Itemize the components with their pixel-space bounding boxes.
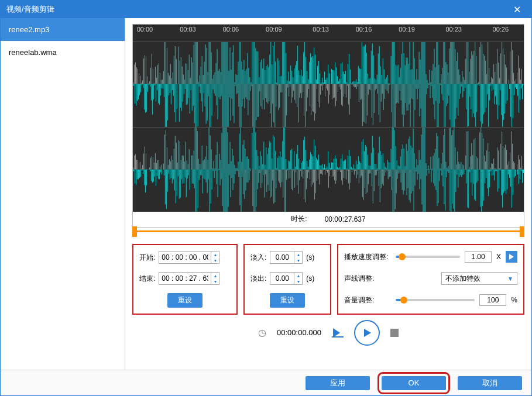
spinner-down-icon[interactable]: ▼ <box>294 278 302 284</box>
waveform-container[interactable]: 00:00 00:03 00:06 00:09 00:13 00:16 00:1… <box>132 24 524 211</box>
spinner-down-icon[interactable]: ▼ <box>211 257 219 263</box>
volume-slider[interactable] <box>396 299 475 301</box>
end-time-input[interactable] <box>159 273 211 284</box>
fadeout-spinner[interactable]: ▲▼ <box>270 272 303 285</box>
reset-time-button[interactable]: 重设 <box>167 293 202 308</box>
fadeout-input[interactable] <box>270 273 294 284</box>
sidebar-item-label: reneelab.wma <box>9 48 57 57</box>
footer-bar: 应用 OK 取消 <box>1 370 531 395</box>
ok-button[interactable]: OK <box>382 376 446 390</box>
sidebar-item-file[interactable]: renee2.mp3 <box>1 18 125 41</box>
fadein-spinner[interactable]: ▲▼ <box>270 251 303 264</box>
speed-slider[interactable] <box>396 256 460 258</box>
waveform-channel-left: placeholder <box>133 42 524 128</box>
ruler-tick: 00:13 <box>313 26 329 33</box>
speed-input[interactable] <box>465 251 492 263</box>
sidebar-item-label: renee2.mp3 <box>9 25 49 34</box>
apply-button[interactable]: 应用 <box>306 376 370 390</box>
content-area: 00:00 00:03 00:06 00:09 00:13 00:16 00:1… <box>125 18 531 370</box>
playhead-time: 00:00:00.000 <box>277 328 321 337</box>
fadeout-unit: (s) <box>306 274 314 283</box>
stop-button[interactable] <box>390 329 399 337</box>
speed-unit: X <box>496 253 501 261</box>
panel-start-end: 开始: ▲▼ 结束: ▲▼ 重设 <box>132 244 238 315</box>
control-panels: 开始: ▲▼ 结束: ▲▼ 重设 <box>132 244 524 315</box>
range-handle-start[interactable] <box>132 226 137 237</box>
spinner-up-icon[interactable]: ▲ <box>211 273 219 278</box>
spinner-down-icon[interactable]: ▼ <box>294 257 302 263</box>
volume-input[interactable] <box>479 294 506 306</box>
end-time-spinner[interactable]: ▲▼ <box>159 272 219 285</box>
main-area: renee2.mp3 reneelab.wma 00:00 00:03 00:0… <box>1 18 531 370</box>
file-sidebar: renee2.mp3 reneelab.wma <box>1 18 125 370</box>
duration-bar: 时长: 00:00:27.637 <box>132 211 524 228</box>
cancel-button[interactable]: 取消 <box>458 376 522 390</box>
duration-value: 00:00:27.637 <box>325 215 366 223</box>
spinner-up-icon[interactable]: ▲ <box>294 273 302 278</box>
slider-thumb[interactable] <box>399 253 406 260</box>
window-title: 视频/音频剪辑 <box>6 4 508 15</box>
panel-fade: 淡入: ▲▼ (s) 淡出: ▲▼ (s) 重设 <box>243 244 331 315</box>
svg-rect-2 <box>332 336 344 338</box>
ruler-tick: 00:00 <box>137 26 153 33</box>
end-label: 结束: <box>139 274 155 284</box>
spinner-up-icon[interactable]: ▲ <box>294 252 302 257</box>
transport-bar: ◷ 00:00:00.000 <box>132 315 524 350</box>
waveform-svg <box>133 128 524 212</box>
spinner-down-icon[interactable]: ▼ <box>211 278 219 284</box>
panel-adjust: 播放速度调整: X 声线调整: 不添加特效 ▼ <box>337 244 524 315</box>
mark-in-button[interactable] <box>332 328 344 338</box>
play-button[interactable] <box>354 320 380 346</box>
slider-thumb[interactable] <box>400 297 407 304</box>
start-label: 开始: <box>139 253 155 263</box>
chevron-down-icon: ▼ <box>507 276 513 282</box>
voice-select[interactable]: 不添加特效 ▼ <box>441 272 517 285</box>
sidebar-item-file[interactable]: reneelab.wma <box>1 41 125 64</box>
ruler-tick: 00:23 <box>445 26 462 33</box>
waveform-display[interactable]: placeholder <box>133 42 524 212</box>
ruler-tick: 00:19 <box>399 26 415 33</box>
volume-label: 音量调整: <box>344 295 391 305</box>
ruler-tick: 00:26 <box>493 26 509 33</box>
fadein-label: 淡入: <box>250 253 266 263</box>
speed-label: 播放速度调整: <box>344 252 391 262</box>
waveform-svg: placeholder <box>133 42 524 127</box>
spinner-up-icon[interactable]: ▲ <box>211 252 219 257</box>
fadein-input[interactable] <box>270 252 294 263</box>
fadein-unit: (s) <box>306 253 314 261</box>
ruler-tick: 00:09 <box>266 26 282 33</box>
ruler-tick: 00:06 <box>223 26 239 33</box>
ruler-tick: 00:16 <box>356 26 372 33</box>
fadeout-label: 淡出: <box>250 274 266 284</box>
titlebar: 视频/音频剪辑 ✕ <box>1 1 531 18</box>
duration-label: 时长: <box>291 214 307 224</box>
voice-label: 声线调整: <box>344 274 391 284</box>
waveform-channel-right <box>133 128 524 212</box>
reset-fade-button[interactable]: 重设 <box>270 293 305 308</box>
close-icon[interactable]: ✕ <box>508 4 526 15</box>
range-handle-end[interactable] <box>520 226 524 237</box>
voice-select-value: 不添加特效 <box>445 274 480 284</box>
range-line <box>132 230 524 232</box>
start-time-spinner[interactable]: ▲▼ <box>159 251 219 264</box>
preview-speed-button[interactable] <box>506 251 517 263</box>
start-time-input[interactable] <box>159 252 211 263</box>
time-ruler: 00:00 00:03 00:06 00:09 00:13 00:16 00:1… <box>133 25 524 42</box>
volume-unit: % <box>511 296 517 304</box>
clock-icon: ◷ <box>258 327 266 338</box>
ruler-tick: 00:03 <box>180 26 196 33</box>
range-selector[interactable] <box>132 226 524 237</box>
